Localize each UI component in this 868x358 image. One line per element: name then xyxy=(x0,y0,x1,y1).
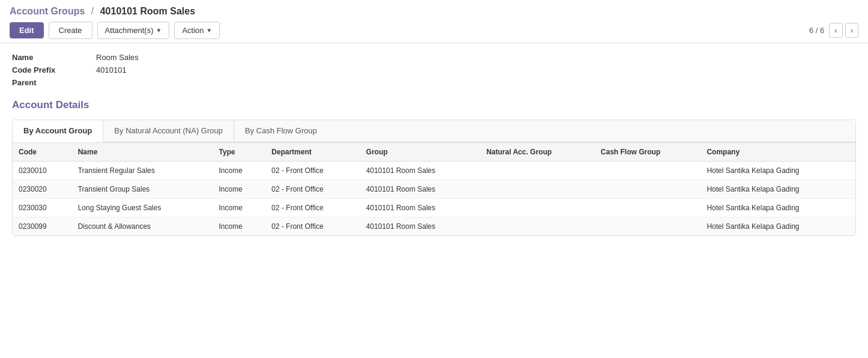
parent-label: Parent xyxy=(12,78,96,87)
code-prefix-field-row: Code Prefix 4010101 xyxy=(12,65,856,74)
action-label: Action xyxy=(182,26,203,35)
breadcrumb-parent-link[interactable]: Account Groups xyxy=(10,6,85,16)
tab-by-na-group[interactable]: By Natural Account (NA) Group xyxy=(103,120,234,142)
col-name: Name xyxy=(72,143,213,162)
col-type: Type xyxy=(213,143,266,162)
col-department: Department xyxy=(265,143,360,162)
table-cell xyxy=(595,180,701,199)
name-value: Room Sales xyxy=(96,53,139,62)
table-row: 0230099Discount & AllowancesIncome02 - F… xyxy=(13,217,855,236)
table-cell: 4010101 Room Sales xyxy=(360,180,480,199)
name-field-row: Name Room Sales xyxy=(12,53,856,62)
tab-by-account-group[interactable]: By Account Group xyxy=(13,120,103,142)
attachments-button[interactable]: Attachment(s) ▼ xyxy=(97,22,170,39)
table-cell: 02 - Front Office xyxy=(265,180,360,199)
table-cell: 0230030 xyxy=(13,199,72,217)
fields-section: Name Room Sales Code Prefix 4010101 Pare… xyxy=(12,53,856,87)
table-cell xyxy=(480,180,595,199)
table-cell: 4010101 Room Sales xyxy=(360,217,480,236)
table-cell: Income xyxy=(213,217,266,236)
table-cell: 0230020 xyxy=(13,180,72,199)
table-row: 0230010Transient Regular SalesIncome02 -… xyxy=(13,162,855,180)
table-cell: 4010101 Room Sales xyxy=(360,162,480,180)
col-company: Company xyxy=(701,143,855,162)
table-cell xyxy=(595,162,701,180)
code-prefix-label: Code Prefix xyxy=(12,65,96,74)
table-cell: Long Staying Guest Sales xyxy=(72,199,213,217)
table-cell: Hotel Santika Kelapa Gading xyxy=(701,199,855,217)
tabs-container: By Account Group By Natural Account (NA)… xyxy=(12,120,856,236)
table-header-row: Code Name Type Department Group Natural … xyxy=(13,143,855,162)
table-cell xyxy=(595,217,701,236)
table-cell: Hotel Santika Kelapa Gading xyxy=(701,217,855,236)
breadcrumb-current: 4010101 Room Sales xyxy=(100,6,195,16)
parent-field-row: Parent xyxy=(12,78,856,87)
table-cell xyxy=(480,217,595,236)
table-cell: Hotel Santika Kelapa Gading xyxy=(701,162,855,180)
table-cell: Income xyxy=(213,199,266,217)
table-cell: Transient Group Sales xyxy=(72,180,213,199)
attachments-chevron-icon: ▼ xyxy=(156,27,162,34)
account-details-title: Account Details xyxy=(12,99,856,111)
breadcrumb: Account Groups / 4010101 Room Sales xyxy=(10,6,858,17)
col-natural-acc-group: Natural Acc. Group xyxy=(480,143,595,162)
toolbar: Edit Create Attachment(s) ▼ Action ▼ 6 /… xyxy=(10,22,858,39)
table-cell xyxy=(480,162,595,180)
col-cash-flow-group: Cash Flow Group xyxy=(595,143,701,162)
table-cell: Hotel Santika Kelapa Gading xyxy=(701,180,855,199)
table-cell: Discount & Allowances xyxy=(72,217,213,236)
tabs-header: By Account Group By Natural Account (NA)… xyxy=(13,120,855,142)
name-label: Name xyxy=(12,53,96,62)
action-button[interactable]: Action ▼ xyxy=(174,22,220,39)
table-cell: 0230099 xyxy=(13,217,72,236)
code-prefix-value: 4010101 xyxy=(96,65,127,74)
table-cell: 02 - Front Office xyxy=(265,199,360,217)
attachments-label: Attachment(s) xyxy=(105,26,154,35)
col-group: Group xyxy=(360,143,480,162)
table-cell: 4010101 Room Sales xyxy=(360,199,480,217)
toolbar-left: Edit Create Attachment(s) ▼ Action ▼ xyxy=(10,22,220,39)
create-button[interactable]: Create xyxy=(49,22,92,39)
table-cell xyxy=(480,199,595,217)
top-bar: Account Groups / 4010101 Room Sales Edit… xyxy=(0,0,868,43)
table-cell xyxy=(595,199,701,217)
action-chevron-icon: ▼ xyxy=(206,27,212,34)
pager-prev-button[interactable]: ‹ xyxy=(829,23,842,38)
toolbar-right: 6 / 6 ‹ › xyxy=(809,23,858,38)
table-row: 0230020Transient Group SalesIncome02 - F… xyxy=(13,180,855,199)
table-cell: 02 - Front Office xyxy=(265,162,360,180)
breadcrumb-separator: / xyxy=(91,6,94,16)
accounts-table: Code Name Type Department Group Natural … xyxy=(13,142,855,235)
main-content: Name Room Sales Code Prefix 4010101 Pare… xyxy=(0,43,868,246)
table-cell: 0230010 xyxy=(13,162,72,180)
pager-text: 6 / 6 xyxy=(809,26,824,35)
col-code: Code xyxy=(13,143,72,162)
pager-next-button[interactable]: › xyxy=(845,23,858,38)
table-cell: 02 - Front Office xyxy=(265,217,360,236)
table-cell: Transient Regular Sales xyxy=(72,162,213,180)
table-cell: Income xyxy=(213,180,266,199)
edit-button[interactable]: Edit xyxy=(10,22,44,38)
table-cell: Income xyxy=(213,162,266,180)
table-row: 0230030Long Staying Guest SalesIncome02 … xyxy=(13,199,855,217)
tab-by-cash-flow-group[interactable]: By Cash Flow Group xyxy=(234,120,328,142)
